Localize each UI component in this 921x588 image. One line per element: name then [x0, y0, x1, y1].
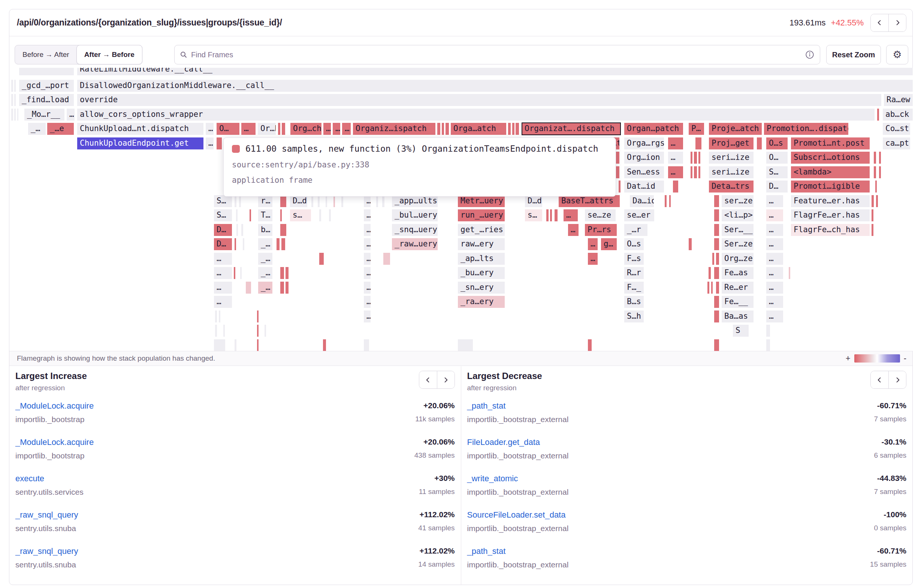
flame-frame[interactable]: F…_	[624, 282, 644, 294]
flame-frame[interactable]: run_…uery	[458, 210, 505, 221]
flame-frame[interactable]: ChunkUpload…nt.dispatch	[77, 123, 203, 135]
flame-frame[interactable]: BaseT…attrs	[559, 195, 620, 207]
flame-frame[interactable]: …	[568, 224, 579, 236]
flame-frame[interactable]: <li…p>	[722, 210, 753, 221]
flame-frame[interactable]	[318, 195, 320, 207]
flame-frame[interactable]	[223, 325, 225, 337]
flame-frame[interactable]: raw…ery	[458, 238, 505, 250]
flame-frame[interactable]	[616, 152, 619, 164]
flame-frame[interactable]: …	[364, 238, 371, 250]
flame-frame[interactable]: r…	[258, 195, 272, 207]
flame-frame[interactable]	[716, 253, 719, 265]
flame-frame[interactable]	[694, 166, 697, 178]
flame-frame[interactable]	[714, 296, 719, 308]
flame-frame[interactable]: Subscri…otions	[791, 152, 870, 164]
flame-frame[interactable]: Promoti…nt.post	[791, 138, 870, 149]
flame-frame[interactable]: …	[588, 253, 598, 265]
flame-frame[interactable]: …	[766, 210, 783, 221]
flame-frame[interactable]: Deta…trs	[709, 180, 753, 193]
flame-frame[interactable]: g…	[601, 238, 617, 250]
flame-frame[interactable]: O…	[216, 123, 239, 135]
settings-button[interactable]: ⚙	[886, 45, 908, 64]
flame-frame[interactable]	[239, 195, 241, 207]
flame-frame[interactable]	[319, 210, 321, 221]
flame-frame[interactable]	[508, 123, 511, 135]
flame-frame[interactable]: Organ…patch	[624, 123, 683, 135]
flame-frame[interactable]	[872, 210, 874, 221]
flame-frame[interactable]: Fe…as	[722, 267, 753, 279]
flame-frame[interactable]: _find…load	[19, 94, 74, 106]
flame-frame[interactable]	[689, 238, 692, 250]
flame-frame[interactable]: …	[668, 152, 683, 164]
flame-frame[interactable]	[19, 68, 74, 75]
flame-frame[interactable]: …	[206, 123, 213, 135]
flame-frame[interactable]: Org…ch	[290, 123, 322, 135]
flame-frame[interactable]: …	[241, 123, 255, 135]
flame-frame[interactable]: D…	[214, 238, 232, 250]
flame-frame[interactable]	[11, 109, 13, 120]
function-link[interactable]: SourceFileLoader.set_data	[467, 510, 566, 520]
flame-frame[interactable]	[512, 123, 514, 135]
flame-frame[interactable]: DisallowedOrganizationMiddleware.__call_…	[77, 80, 913, 92]
flame-frame[interactable]: …	[766, 238, 783, 250]
flame-frame[interactable]: FlagrFe…ch_has	[791, 224, 870, 236]
flame-frame[interactable]	[11, 80, 13, 92]
flame-frame[interactable]: _…	[258, 238, 272, 250]
flame-frame[interactable]: …	[364, 210, 371, 221]
flame-frame[interactable]: Promotion….dispatch	[764, 123, 848, 135]
flame-frame[interactable]: Co…st	[883, 123, 910, 135]
flame-frame[interactable]	[872, 195, 874, 207]
flame-frame[interactable]	[11, 94, 13, 106]
flame-frame[interactable]: _sn…ery	[458, 282, 505, 294]
flame-frame[interactable]	[712, 253, 714, 265]
flame-frame[interactable]: …	[668, 166, 683, 178]
flame-frame[interactable]: Re…er	[722, 282, 753, 294]
flame-frame[interactable]	[280, 224, 286, 236]
flame-frame[interactable]	[442, 123, 444, 135]
function-link[interactable]: _ModuleLock.acquire	[15, 437, 94, 447]
flame-frame[interactable]	[285, 282, 288, 294]
flame-frame[interactable]: override	[77, 94, 881, 106]
prev-transaction-button[interactable]	[871, 14, 888, 31]
flame-frame[interactable]: …	[364, 310, 371, 322]
flame-frame[interactable]	[872, 224, 874, 236]
flame-frame[interactable]	[714, 310, 719, 322]
flame-frame[interactable]: Proj…get	[709, 138, 753, 149]
flame-frame[interactable]: B…s	[624, 296, 644, 308]
flame-frame[interactable]: S…	[214, 195, 232, 207]
flame-frame[interactable]	[766, 325, 770, 337]
flame-frame[interactable]: Ba…as	[722, 310, 753, 322]
flame-frame[interactable]: O…s	[766, 138, 788, 149]
flame-frame[interactable]: ca…pt	[883, 138, 910, 149]
flame-frame[interactable]: _…e	[47, 123, 74, 135]
flame-frame[interactable]	[588, 339, 592, 351]
flame-frame[interactable]	[382, 195, 384, 207]
flame-frame[interactable]: b…	[258, 224, 272, 236]
flame-frame[interactable]	[236, 224, 238, 236]
function-link[interactable]: _path_stat	[467, 401, 506, 411]
flame-frame[interactable]: …	[364, 267, 371, 279]
flame-frame[interactable]: _bu…ery	[458, 267, 505, 279]
flame-frame[interactable]	[285, 267, 288, 279]
flame-frame[interactable]: _app…ults	[392, 195, 438, 207]
flame-frame[interactable]	[711, 282, 713, 294]
next-transaction-button[interactable]	[888, 14, 906, 31]
flame-frame[interactable]	[216, 138, 222, 149]
flame-frame[interactable]: Organiz…ispatch	[353, 123, 435, 135]
flame-frame[interactable]	[879, 152, 881, 164]
function-link[interactable]: _write_atomic	[467, 474, 518, 484]
flame-frame[interactable]: FlagrFe…er.has	[791, 210, 870, 221]
flame-frame[interactable]	[673, 180, 678, 193]
function-link[interactable]: _path_stat	[467, 546, 506, 556]
flame-frame[interactable]	[757, 138, 762, 149]
flame-frame[interactable]	[234, 339, 236, 351]
flame-frame[interactable]: s…	[290, 210, 311, 221]
flame-frame[interactable]: P…	[689, 123, 704, 135]
function-link[interactable]: _raw_snql_query	[15, 546, 78, 556]
flame-frame[interactable]	[14, 94, 16, 106]
flame-frame[interactable]: ser…ze	[722, 195, 753, 207]
flame-frame[interactable]	[874, 166, 876, 178]
flame-frame[interactable]: …	[206, 138, 213, 149]
flamegraph[interactable]: S…Ba…asS…h……Fe…__B…s_ra…ery………Re…erF…__s…	[10, 68, 913, 351]
flame-frame[interactable]: …	[588, 238, 598, 250]
